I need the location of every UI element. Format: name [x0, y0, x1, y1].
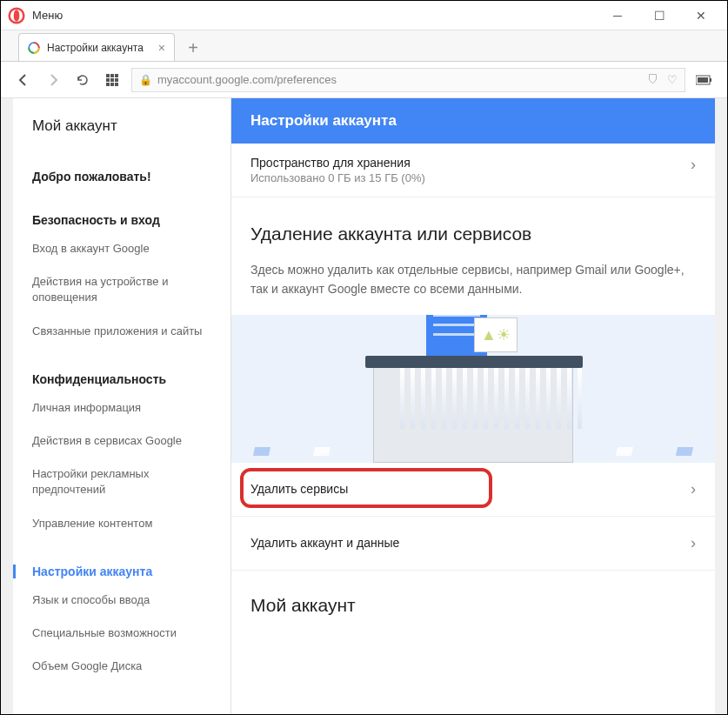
- maximize-button[interactable]: ☐: [649, 5, 670, 26]
- svg-rect-5: [115, 74, 118, 77]
- shield-icon[interactable]: ⛉: [647, 73, 658, 86]
- page-scrollbar-right[interactable]: [715, 98, 727, 714]
- svg-rect-3: [106, 74, 110, 77]
- browser-tab[interactable]: Настройки аккаунта ×: [18, 33, 175, 61]
- sidebar-security-head[interactable]: Безопасность и вход: [32, 213, 211, 227]
- close-button[interactable]: ✕: [691, 5, 711, 26]
- delete-services-option[interactable]: Удалить сервисы ›: [231, 463, 715, 517]
- back-button[interactable]: [13, 70, 34, 90]
- sidebar-item-signin[interactable]: Вход в аккаунт Google: [32, 232, 211, 265]
- sidebar-title: Мой аккаунт: [13, 117, 230, 154]
- sidebar-item-devices[interactable]: Действия на устройстве и оповещения: [32, 265, 211, 314]
- tab-bar: Настройки аккаунта × +: [1, 30, 727, 62]
- sidebar-item-personal[interactable]: Личная информация: [32, 391, 211, 424]
- main-content: Настройки аккаунта Пространство для хран…: [230, 98, 715, 714]
- sidebar-item-lang[interactable]: Язык и способы ввода: [32, 584, 211, 617]
- sidebar-item-activity[interactable]: Действия в сервисах Google: [32, 424, 211, 458]
- delete-block-desc: Здесь можно удалить как отдельные сервис…: [250, 260, 696, 299]
- delete-account-option[interactable]: Удалить аккаунт и данные ›: [231, 517, 715, 571]
- speed-dial-button[interactable]: [102, 70, 123, 90]
- window-titlebar: Меню ─ ☐ ✕: [1, 1, 727, 30]
- navigation-bar: 🔒 myaccount.google.com/preferences ⛉ ♡: [1, 62, 727, 98]
- my-account-section-title: Мой аккаунт: [231, 571, 715, 616]
- main-header: Настройки аккаунта: [231, 98, 715, 144]
- svg-rect-14: [698, 77, 708, 83]
- sidebar-privacy-head[interactable]: Конфиденциальность: [32, 372, 211, 386]
- chevron-right-icon: ›: [691, 480, 696, 498]
- storage-row[interactable]: Пространство для хранения Использовано 0…: [231, 144, 715, 197]
- svg-rect-10: [110, 83, 114, 86]
- menu-label[interactable]: Меню: [32, 9, 63, 22]
- google-favicon-icon: [28, 42, 40, 54]
- storage-title: Пространство для хранения: [250, 156, 691, 170]
- sidebar-item-drive[interactable]: Объем Google Диска: [32, 650, 211, 683]
- delete-account-label: Удалить аккаунт и данные: [250, 536, 399, 550]
- svg-point-1: [14, 10, 20, 21]
- svg-rect-13: [710, 78, 711, 82]
- minimize-button[interactable]: ─: [607, 5, 628, 26]
- address-bar[interactable]: 🔒 myaccount.google.com/preferences ⛉ ♡: [131, 68, 685, 92]
- delete-services-label: Удалить сервисы: [250, 482, 348, 496]
- battery-icon[interactable]: [694, 70, 715, 90]
- lock-icon: 🔒: [139, 74, 152, 86]
- page-scrollbar-left[interactable]: [1, 98, 13, 714]
- heart-icon[interactable]: ♡: [667, 73, 678, 86]
- delete-block-title: Удаление аккаунта или сервисов: [250, 224, 696, 244]
- storage-sub: Использовано 0 ГБ из 15 ГБ (0%): [250, 171, 691, 184]
- delete-block: Удаление аккаунта или сервисов Здесь мож…: [231, 197, 715, 315]
- sidebar-settings-head[interactable]: Настройки аккаунта: [13, 565, 211, 578]
- svg-rect-4: [110, 74, 114, 77]
- new-tab-button[interactable]: +: [180, 35, 206, 61]
- sidebar: Мой аккаунт Добро пожаловать! Безопаснос…: [13, 98, 230, 714]
- svg-rect-7: [110, 78, 114, 82]
- forward-button[interactable]: [43, 70, 63, 90]
- sidebar-item-content[interactable]: Управление контентом: [32, 507, 211, 540]
- address-text: myaccount.google.com/preferences: [157, 73, 337, 86]
- tab-title: Настройки аккаунта: [47, 42, 144, 54]
- sidebar-item-access[interactable]: Специальные возможности: [32, 617, 211, 650]
- opera-logo-icon: [8, 7, 25, 24]
- svg-rect-8: [115, 78, 118, 82]
- sidebar-item-ads[interactable]: Настройки рекламных предпочтений: [32, 458, 211, 506]
- shredder-illustration: ▲☀: [231, 315, 715, 463]
- sidebar-welcome[interactable]: Добро пожаловать!: [32, 170, 211, 184]
- sidebar-item-apps[interactable]: Связанные приложения и сайты: [32, 315, 211, 348]
- tab-close-icon[interactable]: ×: [150, 41, 165, 55]
- svg-rect-9: [106, 83, 110, 86]
- svg-rect-6: [106, 78, 110, 82]
- svg-rect-11: [115, 83, 118, 86]
- chevron-right-icon: ›: [691, 156, 696, 174]
- reload-button[interactable]: [72, 70, 93, 90]
- chevron-right-icon: ›: [691, 534, 696, 552]
